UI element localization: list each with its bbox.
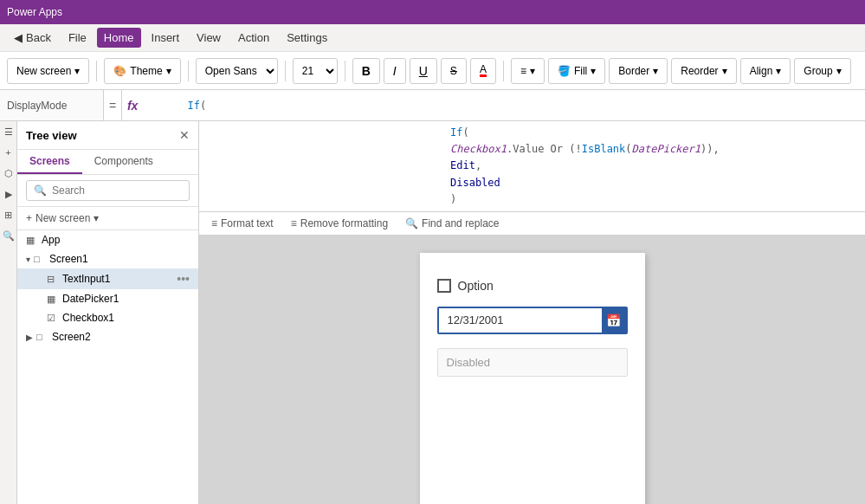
search-input[interactable] [52, 184, 182, 197]
checkbox1-icon: ☑ [47, 313, 59, 324]
title-bar: Power Apps [0, 0, 865, 24]
border-button[interactable]: Border ▾ [609, 58, 668, 84]
formula-icons: = [104, 90, 122, 120]
format-text-icon: ≡ [211, 217, 217, 229]
formula-fn: If [450, 126, 462, 139]
date-picker-row: 📅 [437, 307, 628, 334]
sidebar-icon-insert[interactable]: + [2, 145, 16, 159]
formula-expanded: If( Checkbox1.Value Or (!IsBlank(DatePic… [199, 121, 865, 212]
tree-item-datepicker1[interactable]: ▦ DatePicker1 [17, 289, 198, 308]
fx-icon: fx [122, 90, 143, 120]
menu-bar: ◀ Back File Home Insert View Action Sett… [0, 24, 865, 52]
toolbar: New screen ▾ 🎨 Theme ▾ Open Sans 21 B I … [0, 52, 865, 90]
search-box: 🔍 [26, 180, 190, 201]
search-icon: 🔍 [34, 184, 47, 197]
chevron-icon-screen2: ▶ [26, 333, 33, 342]
tree-title: Tree view [26, 129, 77, 142]
chevron-down-icon-8: ▾ [836, 65, 842, 77]
theme-button[interactable]: 🎨 Theme ▾ [104, 58, 180, 84]
tree-search: 🔍 [17, 175, 198, 207]
checkbox-label: Option [458, 279, 494, 293]
formula-ref1: Checkbox1 [450, 143, 507, 155]
bold-button[interactable]: B [352, 58, 380, 84]
formula-kw2: Disabled [450, 177, 500, 189]
menu-insert[interactable]: Insert [145, 28, 187, 48]
toolbar-separator-3 [285, 61, 286, 81]
tree-item-screen2[interactable]: ▶ □ Screen2 [17, 327, 198, 346]
fill-button[interactable]: 🪣 Fill ▾ [548, 58, 605, 84]
format-text-button[interactable]: ≡ Format text [206, 216, 279, 231]
find-replace-button[interactable]: 🔍 Find and replace [400, 216, 504, 231]
checkbox-row: Option [437, 279, 628, 293]
tree-item-app[interactable]: ▦ App [17, 230, 198, 249]
date-picker-input[interactable] [439, 308, 602, 332]
chevron-icon-screen1: ▾ [26, 255, 30, 264]
formula-ref2: DatePicker1 [632, 143, 700, 155]
tab-components[interactable]: Components [82, 150, 165, 174]
toolbar-separator-1 [96, 61, 97, 81]
remove-formatting-icon: ≡ [291, 217, 297, 229]
text-input-disabled: Disabled [437, 348, 628, 377]
calendar-button[interactable]: 📅 [602, 308, 626, 333]
theme-icon: 🎨 [113, 65, 126, 77]
tree-actions: + New screen ▾ [17, 207, 198, 230]
fill-icon: 🪣 [558, 65, 571, 77]
textinput1-menu[interactable]: ••• [177, 272, 190, 286]
formula-property[interactable]: DisplayMode [0, 90, 104, 120]
font-family-select[interactable]: Open Sans [196, 58, 278, 84]
back-icon: ◀ [14, 31, 23, 44]
new-screen-button-tree[interactable]: + New screen ▾ [26, 212, 99, 224]
menu-settings[interactable]: Settings [280, 28, 334, 48]
font-color-button[interactable]: A [470, 58, 496, 84]
tree-item-checkbox1[interactable]: ☑ Checkbox1 [17, 308, 198, 327]
sidebar-icon-screens[interactable]: ☰ [2, 125, 16, 139]
sidebar-icon-data[interactable]: ⬡ [2, 166, 16, 180]
textinput1-icon: ⊟ [47, 274, 59, 285]
underline-button[interactable]: U [410, 58, 437, 84]
equals-icon: = [109, 99, 116, 113]
strikethrough-button[interactable]: S [441, 58, 467, 84]
tree-item-textinput1[interactable]: ⊟ TextInput1 ••• [17, 268, 198, 289]
italic-button[interactable]: I [384, 58, 406, 84]
remove-formatting-button[interactable]: ≡ Remove formatting [286, 216, 393, 231]
checkbox-option[interactable] [437, 279, 451, 293]
reorder-button[interactable]: Reorder ▾ [671, 58, 736, 84]
group-button[interactable]: Group ▾ [794, 58, 850, 84]
screen-canvas: Option 📅 Disabled [420, 253, 645, 504]
chevron-down-icon-2: ▾ [166, 65, 171, 77]
new-screen-button[interactable]: New screen ▾ [7, 58, 89, 84]
chevron-down-icon: ▾ [74, 65, 80, 77]
align2-button[interactable]: Align ▾ [740, 58, 791, 84]
chevron-down-icon-5: ▾ [653, 65, 658, 77]
sidebar-icon-search[interactable]: 🔍 [2, 229, 16, 242]
back-button[interactable]: ◀ Back [7, 28, 58, 48]
screen1-icon: □ [34, 254, 46, 264]
tree-item-screen1[interactable]: ▾ □ Screen1 [17, 249, 198, 268]
canvas-area: If( Checkbox1.Value Or (!IsBlank(DatePic… [199, 121, 865, 504]
format-toolbar: ≡ Format text ≡ Remove formatting 🔍 Find… [199, 212, 865, 236]
tree-tabs: Screens Components [17, 150, 198, 175]
app-icon: ▦ [26, 235, 38, 246]
canvas: Option 📅 Disabled [199, 236, 865, 504]
sidebar-icon-media[interactable]: ▶ [2, 187, 16, 201]
chevron-down-icon-tree: ▾ [94, 212, 99, 224]
menu-action[interactable]: Action [231, 28, 276, 48]
sidebar-icon-components[interactable]: ⊞ [2, 208, 16, 222]
align-button[interactable]: ≡ ▾ [511, 58, 545, 84]
toolbar-separator-4 [345, 61, 345, 81]
menu-file[interactable]: File [61, 28, 94, 48]
main-area: ☰ + ⬡ ▶ ⊞ 🔍 Tree view ✕ Screens Componen… [0, 121, 865, 504]
tab-screens[interactable]: Screens [17, 150, 82, 174]
menu-home[interactable]: Home [97, 28, 141, 48]
app-name: Power Apps [7, 6, 62, 18]
formula-input[interactable]: If( [143, 90, 865, 120]
font-size-select[interactable]: 21 [293, 58, 338, 84]
menu-view[interactable]: View [190, 28, 228, 48]
tree-panel: Tree view ✕ Screens Components 🔍 + New s… [17, 121, 199, 504]
toolbar-separator-2 [188, 61, 189, 81]
close-button[interactable]: ✕ [179, 128, 190, 142]
toolbar-separator-5 [503, 61, 504, 81]
tree-header: Tree view ✕ [17, 121, 198, 150]
formula-bar: DisplayMode = fx If( [0, 90, 865, 121]
datepicker1-icon: ▦ [47, 294, 59, 305]
